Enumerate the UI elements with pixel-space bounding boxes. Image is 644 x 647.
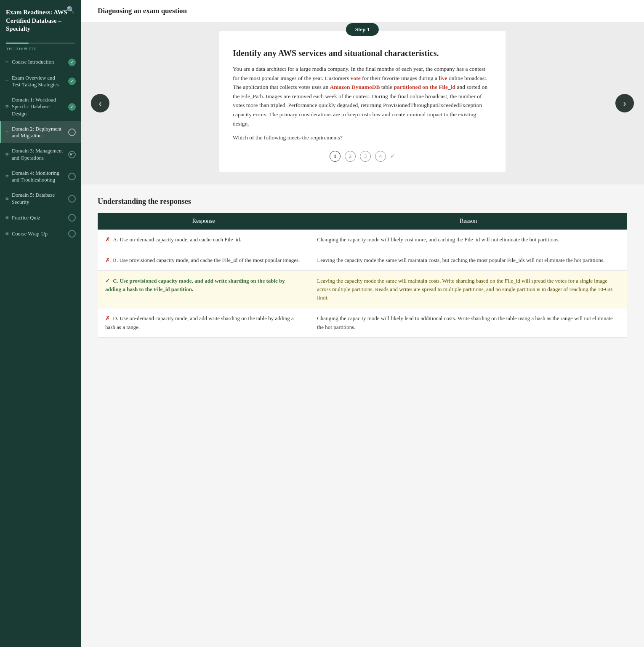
page-num-1[interactable]: 1 <box>330 151 341 162</box>
sidebar-item-domain3[interactable]: ≡Domain 3: Management and Operations <box>0 143 81 166</box>
menu-icon: ≡ <box>5 78 9 85</box>
step-body: You are a data architect for a large med… <box>233 64 492 142</box>
response-header: Response <box>98 213 309 230</box>
menu-icon: ≡ <box>5 59 9 66</box>
table-row: ✗ B. Use provisioned capacity mode, and … <box>98 250 627 270</box>
sidebar-item-status <box>68 128 76 136</box>
sidebar-item-status <box>68 214 76 222</box>
step-badge: Step 1 <box>346 23 379 36</box>
menu-icon: ≡ <box>5 230 9 238</box>
step-pagination: 1234✓ <box>233 151 492 162</box>
table-row: ✓ C. Use provisioned capacity mode, and … <box>98 271 627 308</box>
page-check-icon: ✓ <box>390 152 395 160</box>
response-cell-C: ✓ C. Use provisioned capacity mode, and … <box>98 271 309 308</box>
progress-bar <box>6 43 29 44</box>
sidebar-item-exam-overview[interactable]: ≡Exam Overview and Test-Taking Strategie… <box>0 70 81 93</box>
sidebar-item-label: Domain 4: Monitoring and Troubleshooting <box>12 170 66 184</box>
sidebar-header: 🔍 Exam Readiness: AWS Certified Database… <box>0 0 81 37</box>
main-content: Diagnosing an exam question ‹ Step 1 Ide… <box>81 0 644 647</box>
response-cell-D: ✗ D. Use on-demand capacity mode, and ad… <box>98 308 309 337</box>
sidebar-item-status <box>68 230 76 238</box>
incorrect-mark: ✗ <box>105 236 111 243</box>
sidebar-item-status: ✓ <box>68 59 76 66</box>
sidebar-item-label: Exam Overview and Test-Taking Strategies <box>12 75 66 88</box>
sidebar-item-course-intro[interactable]: ≡Course Introduction✓ <box>0 54 81 70</box>
reason-cell-B: Leaving the capacity mode the same will … <box>309 250 627 270</box>
sidebar-item-course-wrapup[interactable]: ≡Course Wrap-Up <box>0 226 81 242</box>
sidebar-item-status <box>68 151 76 158</box>
table-row: ✗ A. Use on-demand capacity mode, and ca… <box>98 230 627 250</box>
sidebar-title: Exam Readiness: AWS Certified Database –… <box>6 8 75 33</box>
response-cell-B: ✗ B. Use provisioned capacity mode, and … <box>98 250 309 270</box>
sidebar-item-label: Domain 3: Management and Operations <box>12 147 66 161</box>
menu-icon: ≡ <box>5 103 9 110</box>
sidebar-item-label: Domain 2: Deployment and Migration <box>12 126 66 139</box>
menu-icon: ≡ <box>5 195 9 203</box>
sidebar-nav: ≡Course Introduction✓≡Exam Overview and … <box>0 54 81 242</box>
step-section: ‹ Step 1 Identify any AWS services and s… <box>81 22 644 184</box>
menu-icon: ≡ <box>5 128 9 136</box>
correct-mark: ✓ <box>105 278 111 284</box>
reason-cell-A: Changing the capacity mode will likely c… <box>309 230 627 250</box>
sidebar-item-label: Practice Quiz <box>12 214 66 221</box>
sidebar-item-label: Course Introduction <box>12 59 66 65</box>
menu-icon: ≡ <box>5 173 9 180</box>
table-row: ✗ D. Use on-demand capacity mode, and ad… <box>98 308 627 337</box>
sidebar-item-status: ✓ <box>68 103 76 111</box>
sidebar-item-domain5[interactable]: ≡Domain 5: Database Security <box>0 187 81 210</box>
next-button[interactable]: › <box>615 94 634 112</box>
step-paragraph: You are a data architect for a large med… <box>233 64 492 128</box>
sidebar-item-domain2[interactable]: ≡Domain 2: Deployment and Migration <box>0 121 81 144</box>
progress-bar-container <box>6 43 75 44</box>
sidebar-item-status <box>68 173 76 180</box>
prev-button[interactable]: ‹ <box>91 94 109 112</box>
understanding-section: Understanding the responses Response Rea… <box>81 184 644 350</box>
reason-header: Reason <box>309 213 627 230</box>
page-num-4[interactable]: 4 <box>375 151 386 162</box>
reason-cell-D: Changing the capacity mode will likely l… <box>309 308 627 337</box>
sidebar-item-domain1[interactable]: ≡Domain 1: Workload-Specific Database De… <box>0 92 81 121</box>
response-cell-A: ✗ A. Use on-demand capacity mode, and ca… <box>98 230 309 250</box>
response-table: Response Reason ✗ A. Use on-demand capac… <box>98 213 627 338</box>
incorrect-mark: ✗ <box>105 257 111 263</box>
step-title: Identify any AWS services and situationa… <box>233 48 492 59</box>
page-num-2[interactable]: 2 <box>345 151 356 162</box>
understanding-title: Understanding the responses <box>98 197 627 206</box>
main-header-title: Diagnosing an exam question <box>98 7 187 15</box>
progress-label: 33% Complete <box>6 47 75 51</box>
page-num-3[interactable]: 3 <box>360 151 371 162</box>
sidebar-item-practice-quiz[interactable]: ≡Practice Quiz <box>0 210 81 226</box>
step-question-text: Which of the following meets the require… <box>233 133 492 142</box>
main-header: Diagnosing an exam question <box>81 0 644 22</box>
sidebar-item-label: Course Wrap-Up <box>12 230 66 237</box>
step-card: Step 1 Identify any AWS services and sit… <box>219 31 506 172</box>
sidebar-item-domain4[interactable]: ≡Domain 4: Monitoring and Troubleshootin… <box>0 166 81 188</box>
table-header-row: Response Reason <box>98 213 627 230</box>
sidebar: 🔍 Exam Readiness: AWS Certified Database… <box>0 0 81 647</box>
reason-cell-C: Leaving the capacity mode the same will … <box>309 271 627 308</box>
sidebar-item-status: ✓ <box>68 78 76 85</box>
search-icon[interactable]: 🔍 <box>67 6 75 14</box>
menu-icon: ≡ <box>5 151 9 158</box>
sidebar-item-label: Domain 5: Database Security <box>12 192 66 206</box>
table-body: ✗ A. Use on-demand capacity mode, and ca… <box>98 230 627 337</box>
incorrect-mark: ✗ <box>105 315 111 321</box>
sidebar-item-label: Domain 1: Workload-Specific Database Des… <box>12 96 66 117</box>
sidebar-item-status <box>68 195 76 203</box>
menu-icon: ≡ <box>5 214 9 222</box>
